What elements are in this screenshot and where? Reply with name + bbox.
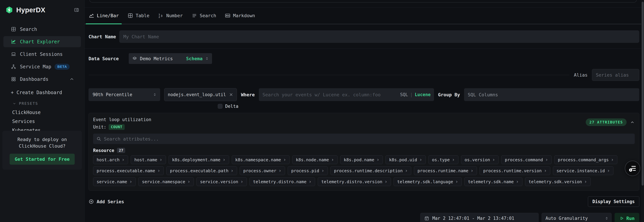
attribute-chip[interactable]: k8s.pod.name› <box>340 155 383 164</box>
display-settings-button[interactable]: Display Settings <box>588 196 639 207</box>
table-icon <box>11 26 16 32</box>
laptop-icon <box>11 51 16 57</box>
attribute-chip[interactable]: process.runtime.description› <box>330 166 411 175</box>
attribute-chip[interactable]: telemetry.distro.version› <box>318 177 391 186</box>
sidebar-collapse-icon[interactable] <box>74 7 79 13</box>
attribute-chip[interactable]: service.namespace› <box>138 177 194 186</box>
attribute-chip[interactable]: process.executable.path› <box>166 166 237 175</box>
metric-name: nodejs.event_loop.util <box>168 92 226 97</box>
attributes-panel-header: Event loop utilization Unit: COUNT 27 AT… <box>93 117 635 130</box>
attribute-chip[interactable]: os.type› <box>428 155 458 164</box>
attribute-chip[interactable]: k8s.node.name› <box>292 155 338 164</box>
attributes-panel: Event loop utilization Unit: COUNT 27 AT… <box>88 113 639 191</box>
schema-link[interactable]: Schema <box>186 56 202 61</box>
unit-badge: COUNT <box>109 124 124 130</box>
feedback-launcher-button[interactable] <box>625 161 640 176</box>
attribute-search-input[interactable] <box>104 136 631 142</box>
lucene-toggle-option[interactable]: Lucene <box>415 92 431 97</box>
attribute-chip-label: telemetry.sdk.language <box>397 179 453 184</box>
series-footer: Add Series Display Settings <box>88 196 639 207</box>
chevron-down-icon <box>12 102 16 105</box>
chevron-up-icon[interactable] <box>630 120 635 125</box>
sidebar-item-service-map[interactable]: Service MapBETA <box>4 61 81 72</box>
attribute-chip[interactable]: process.executable.name› <box>93 166 164 175</box>
attribute-chip[interactable]: os.version› <box>461 155 498 164</box>
attribute-chip-label: os.version <box>464 157 490 162</box>
attribute-chip[interactable]: service.instance.id› <box>553 166 614 175</box>
attribute-chip-label: process.runtime.description <box>334 168 402 173</box>
attribute-chip[interactable]: process.owner› <box>240 166 285 175</box>
tab-line-bar[interactable]: Line/Bar <box>86 7 122 24</box>
attribute-chip[interactable]: k8s.pod.uid› <box>386 155 426 164</box>
sidebar-item-dashboards[interactable]: Dashboards <box>4 74 81 85</box>
attribute-chip-label: process.runtime.version <box>483 168 542 173</box>
run-button[interactable]: Run <box>614 213 639 222</box>
chevron-right-icon: › <box>384 179 388 184</box>
scrollbar-thumb[interactable] <box>642 2 644 186</box>
add-series-button[interactable]: Add Series <box>88 199 124 204</box>
group-by-input[interactable] <box>468 92 636 97</box>
attribute-chip[interactable]: k8s.namespace.name› <box>232 155 290 164</box>
chart-name-input[interactable] <box>119 30 639 43</box>
chevron-right-icon: › <box>187 179 190 184</box>
attribute-chip[interactable]: telemetry.sdk.version› <box>525 177 590 186</box>
group-by-input-shell <box>464 88 639 101</box>
preset-item-clickhouse[interactable]: ClickHouse <box>0 108 84 117</box>
attribute-chip[interactable]: host.name› <box>131 155 166 164</box>
app-root: HyperDX SearchChart ExplorerClient Sessi… <box>0 0 644 222</box>
attribute-chip[interactable]: service.name› <box>93 177 136 186</box>
time-range-picker[interactable]: Mar 2 12:47:01 - Mar 2 13:47:01 <box>420 213 538 222</box>
attribute-chip[interactable]: k8s.deployment.name› <box>168 155 229 164</box>
where-input[interactable] <box>262 92 398 97</box>
attribute-chip[interactable]: process.runtime.version› <box>480 166 550 175</box>
add-series-label: Add Series <box>97 199 124 204</box>
get-started-button[interactable]: Get Started for Free <box>10 154 75 165</box>
alias-label: Alias <box>574 72 588 78</box>
markdown-icon <box>225 13 230 18</box>
attribute-chip[interactable]: telemetry.sdk.name› <box>464 177 522 186</box>
search-icon <box>96 137 101 141</box>
tab-markdown[interactable]: Markdown <box>222 7 258 24</box>
layers-icon <box>132 56 137 61</box>
attribute-chip-label: k8s.pod.uid <box>389 157 417 162</box>
attribute-chip[interactable]: service.version› <box>196 177 247 186</box>
sidebar-item-search[interactable]: Search <box>4 24 81 35</box>
sidebar-nav: SearchChart ExplorerClient SessionsServi… <box>0 24 84 85</box>
scrollbar[interactable] <box>641 0 644 222</box>
chevron-right-icon: › <box>122 157 124 162</box>
attribute-chip-label: service.name <box>97 179 127 184</box>
granularity-select[interactable]: Auto Granularity <box>542 213 612 222</box>
attribute-chip-label: process.executable.path <box>170 168 228 173</box>
tab-search[interactable]: Search <box>189 7 219 24</box>
sidebar-item-client-sessions[interactable]: Client Sessions <box>4 49 81 60</box>
attribute-chip-label: telemetry.distro.name <box>253 179 306 184</box>
aggregation-select[interactable]: 90th Percentile <box>88 88 160 101</box>
attribute-chip-label: process.executable.name <box>97 168 155 173</box>
data-source-select[interactable]: Demo Metrics Schema <box>129 53 212 64</box>
selector-icon <box>205 56 209 61</box>
alias-input[interactable] <box>592 69 639 81</box>
sidebar-item-chart-explorer[interactable]: Chart Explorer <box>4 36 81 47</box>
clickhouse-cloud-card: Ready to deploy on ClickHouse Cloud? Get… <box>2 131 82 170</box>
tab-number[interactable]: 123Number <box>155 7 186 24</box>
chevron-up-icon[interactable] <box>69 76 74 82</box>
attribute-chip[interactable]: process.runtime.name› <box>414 166 477 175</box>
metric-chip[interactable]: nodejs.event_loop.util <box>164 88 237 101</box>
attribute-chip[interactable]: telemetry.sdk.language› <box>394 177 462 186</box>
attribute-chip[interactable]: host.arch› <box>93 155 128 164</box>
attribute-chip[interactable]: process.command› <box>501 155 552 164</box>
delta-checkbox[interactable] <box>218 104 222 109</box>
presets-toggle[interactable]: PRESETS <box>12 101 84 106</box>
tab-table[interactable]: Table <box>125 7 152 24</box>
attribute-chip[interactable]: telemetry.distro.name› <box>250 177 315 186</box>
attribute-chip[interactable]: process.command_args› <box>554 155 617 164</box>
chart-preview-panel-edge <box>90 0 636 2</box>
close-icon[interactable] <box>229 92 233 97</box>
attribute-chip[interactable]: process.pid› <box>288 166 328 175</box>
create-dashboard-button[interactable]: + Create Dashboard <box>11 90 84 95</box>
chevron-right-icon: › <box>278 168 282 173</box>
attribute-chip-label: telemetry.sdk.name <box>468 179 514 184</box>
preset-item-services[interactable]: Services <box>0 117 84 126</box>
chevron-right-icon: › <box>492 157 495 162</box>
sql-toggle-option[interactable]: SQL <box>400 92 408 97</box>
